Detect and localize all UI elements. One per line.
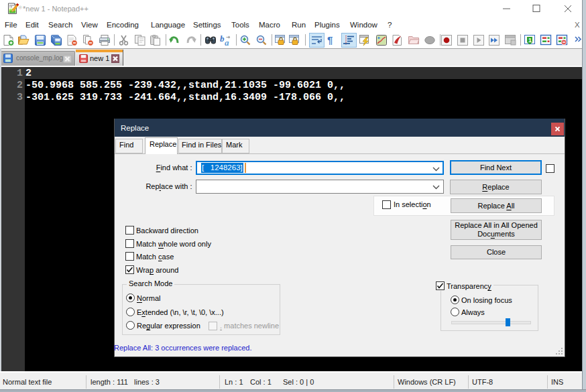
svg-text:¶: ¶ [327,34,333,46]
svg-text:a: a [225,38,229,48]
svg-text:b: b [220,34,225,44]
svg-text:1: 1 [528,37,532,44]
